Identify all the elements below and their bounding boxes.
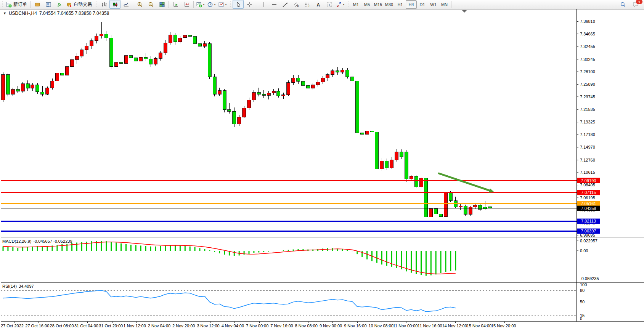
svg-text:7.00397: 7.00397 [581,229,596,233]
candle [301,82,305,86]
svg-text:7.28100: 7.28100 [580,69,595,74]
candle [350,77,354,81]
candle [444,192,448,216]
svg-text:7.08405: 7.08405 [580,183,595,187]
candle [336,70,339,72]
candle [429,209,433,217]
svg-text:F: F [308,5,310,7]
chevron-down-icon[interactable]: ▾ [203,3,204,6]
toolbar-trendline-button[interactable] [279,0,291,9]
candle [198,43,202,46]
toolbar-bar-chart-button[interactable] [98,0,109,9]
crosshair-icon [246,2,252,8]
signals-icon [56,2,63,8]
chart-expander-icon[interactable]: ▼ [3,11,6,16]
search-button[interactable] [617,0,628,9]
toolbar-arrows-button[interactable]: ▾ [335,0,346,9]
candle [449,192,452,200]
toolbar-new-order-label: 新订单 [13,1,27,8]
timeframe-w1-button[interactable]: W1 [428,0,439,9]
toolbar-data-window-button[interactable] [43,0,54,9]
candle [95,36,98,40]
toolbar-zoom-in-button[interactable] [134,0,145,9]
search-icon [620,2,626,8]
svg-text:7.12760: 7.12760 [580,158,595,162]
toolbar-zoom-out-button[interactable] [145,0,156,9]
toolbar-crosshair-button[interactable] [244,0,255,9]
candle [238,117,241,124]
svg-text:7.19325: 7.19325 [580,120,595,124]
svg-text:7.04358: 7.04358 [581,206,596,211]
notifications-button[interactable]: 1 [630,0,641,9]
toolbar-new-order-button[interactable]: 新订单 [5,0,29,9]
timeframe-m15-button[interactable]: M15 [373,0,384,9]
toolbar-templates-button[interactable]: ▾ [217,0,228,9]
chevron-down-icon[interactable]: ▾ [343,3,344,6]
svg-text:15 Nov 20:00: 15 Nov 20:00 [491,324,516,328]
chart-background[interactable] [0,9,644,330]
candle [375,132,379,169]
svg-text:0.00: 0.00 [580,248,588,253]
svg-text:10 Nov 08:00: 10 Nov 08:00 [369,324,393,328]
timeframe-h1-button[interactable]: H1 [395,0,406,9]
svg-text:31 Oct 20:00: 31 Oct 20:00 [99,324,123,328]
candle [90,41,93,46]
toolbar-signals-button[interactable] [54,0,65,9]
toolbar-autotrading-button[interactable]: 自动交易 [65,0,94,9]
timeframe-m5-button[interactable]: M5 [361,0,373,9]
chart-canvas[interactable]: 7.368107.346657.324557.302457.281007.258… [0,0,644,330]
toolbar-text-button[interactable]: A [313,0,324,9]
candle [124,56,128,64]
toolbar-periods-button[interactable]: ▾ [206,0,217,9]
candle [85,46,88,50]
toolbar-equidistant-channel-button[interactable]: E [291,0,302,9]
notification-badge: 1 [636,0,643,5]
fibonacci-icon: F [304,2,310,8]
candle [178,38,182,42]
timeframe-m30-button[interactable]: M30 [384,0,395,9]
toolbar-chart-shift-button[interactable] [181,0,192,9]
chevron-down-icon[interactable]: ▾ [225,3,226,6]
text-icon: A [315,2,321,8]
svg-text:3 Nov 12:00: 3 Nov 12:00 [197,324,219,328]
toolbar-auto-scroll-button[interactable] [170,0,181,9]
candle [134,58,138,61]
toolbar-separator [169,1,169,8]
toolbar-horizontal-line-button[interactable] [268,0,279,9]
candle [159,53,162,58]
candle [208,43,211,77]
candle [75,56,79,59]
candle [262,94,265,95]
svg-text:T: T [328,3,330,6]
toolbar-grip [1,2,3,8]
candle [70,59,74,66]
candle [360,133,364,135]
candle [129,56,133,58]
toolbar-indicators-button[interactable]: ▾ [195,0,206,9]
toolbar-tile-windows-button[interactable] [156,0,167,9]
toolbar-candlestick-button[interactable] [109,0,120,9]
chevron-down-icon[interactable]: ▾ [214,3,215,6]
timeframe-h4-button[interactable]: H4 [406,0,417,9]
toolbar-autotrading-label: 自动交易 [74,1,92,8]
timeframe-m1-button[interactable]: M1 [350,0,361,9]
timeframe-d1-button[interactable]: D1 [417,0,428,9]
toolbar-fibonacci-button[interactable]: F [302,0,313,9]
chart-window[interactable]: 7.368107.346657.324557.302457.281007.258… [0,0,644,330]
timeframe-mn-button[interactable]: MN [439,0,450,9]
candlestick-icon [112,2,118,8]
toolbar-separator [451,1,451,8]
candle [306,85,310,88]
candle [31,85,34,88]
toolbar-text-label-button[interactable]: T [324,0,335,9]
toolbar-line-chart-button[interactable] [120,0,132,9]
svg-text:-0.059235: -0.059235 [580,276,599,281]
svg-text:7.30245: 7.30245 [580,57,595,62]
toolbar-grip [95,2,97,8]
toolbar-vertical-line-button[interactable] [257,0,268,9]
toolbar-market-watch-button[interactable] [32,0,43,9]
svg-text:7.14970: 7.14970 [580,145,595,149]
toolbar-cursor-button[interactable] [233,0,244,9]
horizontal-line-icon [271,2,277,8]
svg-text:27 Oct 16:00: 27 Oct 16:00 [25,324,49,328]
